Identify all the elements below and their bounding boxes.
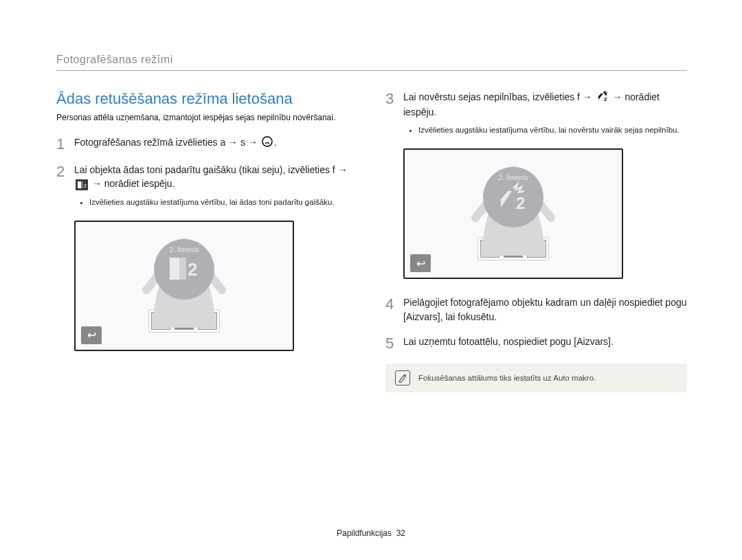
step-text-b: norādiet iespēju. bbox=[104, 178, 175, 189]
section-title: Ādas retušēšanas režīma lietošana bbox=[56, 90, 358, 108]
left-column: Ādas retušēšanas režīma lietošana Person… bbox=[56, 90, 358, 392]
step-text: Lai novērstu sejas nepilnības, izvēlieti… bbox=[403, 91, 580, 102]
step-number: 3 bbox=[385, 90, 396, 137]
svg-rect-5 bbox=[170, 258, 179, 280]
right-column: 3 Lai novērstu sejas nepilnības, izvēlie… bbox=[385, 90, 687, 392]
svg-rect-2 bbox=[81, 181, 83, 188]
camera-screen-preview: 2. līmenis 2 1 2 3 ↩ bbox=[403, 148, 623, 279]
level-indicator: 2. līmenis 2 bbox=[483, 167, 543, 227]
svg-text:2: 2 bbox=[84, 183, 87, 188]
page-footer: Papildfunkcijas 32 bbox=[0, 528, 742, 538]
step-bullet: Izvēlieties augstāku iestatījuma vērtību… bbox=[418, 124, 687, 135]
step-number: 1 bbox=[56, 135, 67, 152]
camera-screen-preview: 2. līmenis 2 1 2 3 ↩ bbox=[74, 221, 294, 351]
footer-label: Papildfunkcijas bbox=[337, 528, 392, 538]
svg-rect-1 bbox=[78, 181, 81, 188]
arrow-icon: → bbox=[92, 178, 102, 189]
retouch-icon: 2 bbox=[596, 91, 609, 105]
step-text-c: . bbox=[274, 137, 277, 148]
step-text: Fotografēšanas režīmā izvēlieties a bbox=[74, 137, 225, 148]
step-2: 2 Lai objekta ādas toni padarītu gaišāku… bbox=[56, 163, 358, 210]
step-text: Lai objekta ādas toni padarītu gaišāku (… bbox=[74, 164, 335, 175]
svg-text:2: 2 bbox=[604, 96, 607, 102]
back-button[interactable]: ↩ bbox=[81, 326, 102, 344]
step-number: 2 bbox=[56, 163, 67, 210]
note-box: Fokusēšanas attālums tiks iestatīts uz A… bbox=[385, 363, 687, 392]
svg-rect-6 bbox=[179, 258, 186, 280]
section-header: Fotografēšanas režīmi bbox=[56, 54, 687, 71]
arrow-icon: → bbox=[338, 164, 348, 175]
arrow-icon: → bbox=[612, 91, 622, 102]
step-1: 1 Fotografēšanas režīmā izvēlieties a → … bbox=[56, 135, 358, 152]
level-indicator: 2. līmenis 2 bbox=[154, 239, 214, 300]
arrow-icon: → bbox=[583, 91, 592, 102]
svg-text:2: 2 bbox=[188, 259, 197, 280]
skin-tone-icon: 2 bbox=[76, 179, 88, 190]
level-label: 2. līmenis bbox=[170, 246, 199, 254]
level-label: 2. līmenis bbox=[499, 174, 528, 181]
arrow-icon: → bbox=[228, 137, 238, 148]
arrow-icon: → bbox=[248, 137, 258, 148]
note-icon bbox=[395, 370, 410, 385]
skin-tone-large-icon: 2 bbox=[167, 254, 201, 290]
svg-point-0 bbox=[262, 137, 272, 146]
step-4: 4 Pielāgojiet fotografējamo objektu kadr… bbox=[385, 295, 687, 324]
step-bullet: Izvēlieties augstāku iestatījuma vērtību… bbox=[89, 197, 358, 208]
step-number: 4 bbox=[385, 295, 396, 324]
step-text-b: s bbox=[240, 137, 245, 148]
step-5: 5 Lai uzņemtu fotoattēlu, nospiediet pog… bbox=[385, 335, 687, 351]
intro-text: Personas attēla uzņemšana, izmantojot ie… bbox=[56, 112, 358, 123]
page-number: 32 bbox=[396, 528, 405, 538]
note-text: Fokusēšanas attālums tiks iestatīts uz A… bbox=[418, 374, 596, 382]
step-number: 5 bbox=[385, 335, 396, 351]
step-text: Lai uzņemtu fotoattēlu, nospiediet pogu … bbox=[403, 335, 687, 351]
svg-text:2: 2 bbox=[516, 194, 525, 212]
back-button[interactable]: ↩ bbox=[410, 254, 431, 272]
step-text: Pielāgojiet fotografējamo objektu kadram… bbox=[403, 295, 687, 324]
face-mode-icon bbox=[262, 136, 273, 150]
step-3: 3 Lai novērstu sejas nepilnības, izvēlie… bbox=[385, 90, 687, 137]
retouch-large-icon: 2 bbox=[495, 181, 531, 219]
